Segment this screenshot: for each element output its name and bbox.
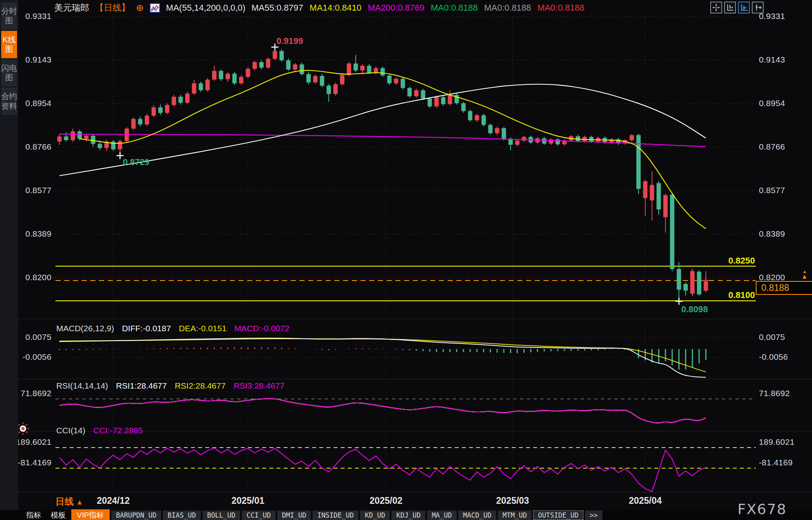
axis-candle-icon[interactable] — [724, 2, 736, 13]
rsi-value: RSI3:28.4677 — [234, 381, 284, 391]
tab-macd-ud[interactable]: MACD_UD — [458, 511, 496, 520]
period-selector[interactable]: 日线▲ — [55, 495, 83, 508]
sidebar-item-time-share-chart[interactable]: 分时图 — [1, 2, 17, 30]
tab-indicators[interactable]: 指标 — [22, 510, 45, 520]
ma14-line — [80, 70, 706, 229]
main-grid — [55, 16, 756, 492]
cci-line — [59, 448, 706, 492]
tab-more-tabs[interactable]: >> — [585, 511, 602, 520]
chart-header: 美元瑞郎 【日线】 ⊕ MA(55,14,200,0,0,0) MA55:0.8… — [54, 2, 584, 14]
current-price-tag: 0.8188 — [756, 281, 812, 295]
tab-templates[interactable]: 模板 — [47, 510, 70, 520]
macd-value: DIFF:-0.0187 — [122, 324, 171, 333]
ma-value: MA0:0.8188 — [538, 3, 585, 13]
watermark: FX678 — [738, 501, 787, 517]
period-selector-label: 日线 — [55, 496, 74, 507]
macd-value: MACD:-0.0072 — [234, 324, 290, 333]
tab-cci-ud[interactable]: CCI_UD — [242, 511, 275, 520]
rsi-pane-header: RSI(14,14,14) RSI1:28.4677RSI2:28.4677RS… — [56, 381, 284, 391]
pane-separators — [18, 319, 812, 492]
macd-pane-header: MACD(26,12,9) DIFF:-0.0187DEA:-0.0151MAC… — [56, 324, 290, 333]
ma-value: MA14:0.8410 — [310, 3, 362, 13]
header-toolbar — [710, 2, 764, 13]
symbol-title: 美元瑞郎 — [54, 2, 89, 14]
tab-outside-ud[interactable]: OUTSIDE_UD — [533, 511, 583, 520]
current-price-value: 0.8188 — [761, 283, 789, 293]
sidebar-item-lightning-chart[interactable]: 闪电图 — [1, 59, 17, 87]
rsi-title: RSI(14,14,14) — [56, 381, 108, 391]
ma-values: MA55:0.8797MA14:0.8410MA200:0.8769MA0:0.… — [252, 3, 585, 13]
tab-vip-indicators[interactable]: VIP指标 — [71, 509, 110, 520]
period-tag[interactable]: 【日线】 — [95, 2, 130, 14]
rsi-lines — [59, 399, 706, 423]
bottom-tab-bar: 指标模板VIP指标BARUPDN_UDBIAS_UDBOLL_UDCCI_UDD… — [0, 510, 812, 520]
chart-canvas[interactable] — [0, 0, 812, 520]
macd-dea-line — [59, 339, 706, 372]
macd-histogram — [59, 347, 706, 370]
sidebar-item-kline-chart[interactable]: K线图 — [1, 31, 17, 58]
macd-value: DEA:-0.0151 — [179, 324, 227, 333]
ma-value: MA0:0.8188 — [431, 3, 478, 13]
cci-pane-header: CCI(14) CCI:-72.2885 — [56, 426, 143, 435]
candle-shift-icon[interactable] — [752, 2, 764, 13]
tab-kdj-ud[interactable]: KDJ_UD — [391, 511, 425, 520]
tab-inside-ud[interactable]: INSIDE_UD — [313, 511, 358, 520]
tab-kd-ud[interactable]: KD_UD — [360, 511, 390, 520]
sidebar: 分时图K线图闪电图合约资料 — [0, 0, 18, 520]
ma55-line — [59, 84, 706, 176]
candlestick-series — [57, 47, 708, 301]
tab-ma-ud[interactable]: MA_UD — [427, 511, 457, 520]
rsi-value: RSI1:28.4677 — [116, 381, 167, 391]
ma-value: MA200:0.8769 — [368, 3, 424, 13]
axis-play-icon[interactable] — [738, 2, 750, 13]
ma-value: MA55:0.8797 — [252, 3, 303, 13]
tab-boll-ud[interactable]: BOLL_UD — [202, 511, 240, 520]
trading-app: 分时图K线图闪电图合约资料 美元瑞郎 【日线】 ⊕ MA(55,14,200,0… — [0, 0, 812, 520]
cci-value: CCI:-72.2885 — [93, 426, 143, 435]
tab-barupdn-ud[interactable]: BARUPDN_UD — [111, 511, 161, 520]
cci-title: CCI(14) — [56, 426, 86, 435]
ma-settings: MA(55,14,200,0,0,0) — [166, 3, 246, 13]
ma-value: MA0:0.8188 — [484, 3, 531, 13]
crosshair-icon[interactable] — [710, 2, 722, 13]
record-icon — [17, 423, 29, 435]
price-up-arrow: ▲ — [801, 273, 808, 280]
tab-bias-ud[interactable]: BIAS_UD — [163, 511, 201, 520]
rsi-value: RSI2:28.4677 — [175, 381, 225, 391]
macd-title: MACD(26,12,9) — [56, 324, 114, 333]
sidebar-item-contract-info[interactable]: 合约资料 — [1, 87, 17, 115]
tab-mtm-ud[interactable]: MTM_UD — [498, 511, 532, 520]
tab-dmi-ud[interactable]: DMI_UD — [277, 511, 311, 520]
chart-thumbnail-icon[interactable] — [150, 3, 160, 13]
chevron-up-icon: ▲ — [76, 498, 83, 506]
add-indicator-icon[interactable]: ⊕ — [136, 4, 144, 12]
price-hlines — [55, 266, 756, 301]
